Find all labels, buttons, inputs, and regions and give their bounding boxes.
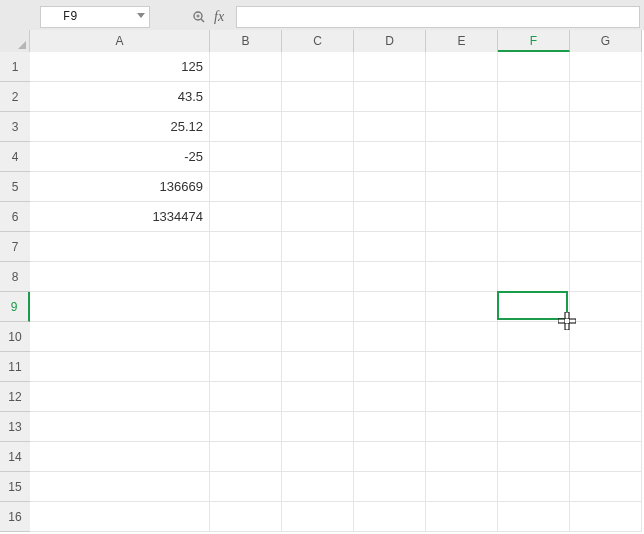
cell-C14[interactable] <box>282 442 354 472</box>
cell-A4[interactable]: -25 <box>30 142 210 172</box>
cell-E14[interactable] <box>426 442 498 472</box>
cell-A5[interactable]: 136669 <box>30 172 210 202</box>
cell-G16[interactable] <box>570 502 642 532</box>
cell-F6[interactable] <box>498 202 570 232</box>
cell-A3[interactable]: 25.12 <box>30 112 210 142</box>
cell-E1[interactable] <box>426 52 498 82</box>
cell-A7[interactable] <box>30 232 210 262</box>
cell-F12[interactable] <box>498 382 570 412</box>
cell-B16[interactable] <box>210 502 282 532</box>
column-header-A[interactable]: A <box>30 30 210 52</box>
cell-E15[interactable] <box>426 472 498 502</box>
row-header-10[interactable]: 10 <box>0 322 30 352</box>
row-header-12[interactable]: 12 <box>0 382 30 412</box>
column-header-F[interactable]: F <box>498 30 570 52</box>
cell-D11[interactable] <box>354 352 426 382</box>
cell-G6[interactable] <box>570 202 642 232</box>
cell-G10[interactable] <box>570 322 642 352</box>
expand-icon[interactable] <box>188 10 210 24</box>
cell-B8[interactable] <box>210 262 282 292</box>
cell-A9[interactable] <box>30 292 210 322</box>
cell-D9[interactable] <box>354 292 426 322</box>
cell-D7[interactable] <box>354 232 426 262</box>
cell-D6[interactable] <box>354 202 426 232</box>
row-header-9[interactable]: 9 <box>0 292 30 322</box>
cell-E9[interactable] <box>426 292 498 322</box>
cell-G9[interactable] <box>570 292 642 322</box>
row-header-14[interactable]: 14 <box>0 442 30 472</box>
cell-A2[interactable]: 43.5 <box>30 82 210 112</box>
cell-G8[interactable] <box>570 262 642 292</box>
cell-G5[interactable] <box>570 172 642 202</box>
cell-D12[interactable] <box>354 382 426 412</box>
cell-G7[interactable] <box>570 232 642 262</box>
cell-B2[interactable] <box>210 82 282 112</box>
cell-E3[interactable] <box>426 112 498 142</box>
cell-B15[interactable] <box>210 472 282 502</box>
cell-A6[interactable]: 1334474 <box>30 202 210 232</box>
cell-E8[interactable] <box>426 262 498 292</box>
cell-F11[interactable] <box>498 352 570 382</box>
cell-C7[interactable] <box>282 232 354 262</box>
cell-E16[interactable] <box>426 502 498 532</box>
row-header-6[interactable]: 6 <box>0 202 30 232</box>
cell-G13[interactable] <box>570 412 642 442</box>
column-header-C[interactable]: C <box>282 30 354 52</box>
cell-B13[interactable] <box>210 412 282 442</box>
cell-G4[interactable] <box>570 142 642 172</box>
cell-A12[interactable] <box>30 382 210 412</box>
cell-E13[interactable] <box>426 412 498 442</box>
cell-F5[interactable] <box>498 172 570 202</box>
cell-F8[interactable] <box>498 262 570 292</box>
cell-E6[interactable] <box>426 202 498 232</box>
cell-F3[interactable] <box>498 112 570 142</box>
row-header-11[interactable]: 11 <box>0 352 30 382</box>
cell-C13[interactable] <box>282 412 354 442</box>
row-header-15[interactable]: 15 <box>0 472 30 502</box>
cell-F7[interactable] <box>498 232 570 262</box>
cell-C15[interactable] <box>282 472 354 502</box>
row-header-3[interactable]: 3 <box>0 112 30 142</box>
cell-D16[interactable] <box>354 502 426 532</box>
cell-E2[interactable] <box>426 82 498 112</box>
cell-B12[interactable] <box>210 382 282 412</box>
cell-A10[interactable] <box>30 322 210 352</box>
cell-C8[interactable] <box>282 262 354 292</box>
cell-D13[interactable] <box>354 412 426 442</box>
cell-C5[interactable] <box>282 172 354 202</box>
row-header-4[interactable]: 4 <box>0 142 30 172</box>
column-header-B[interactable]: B <box>210 30 282 52</box>
cell-F16[interactable] <box>498 502 570 532</box>
column-header-D[interactable]: D <box>354 30 426 52</box>
cell-C16[interactable] <box>282 502 354 532</box>
cell-F14[interactable] <box>498 442 570 472</box>
cell-B11[interactable] <box>210 352 282 382</box>
row-header-7[interactable]: 7 <box>0 232 30 262</box>
cell-E7[interactable] <box>426 232 498 262</box>
cell-F9[interactable] <box>498 292 570 322</box>
select-all-corner[interactable] <box>0 30 30 52</box>
column-header-E[interactable]: E <box>426 30 498 52</box>
cell-A11[interactable] <box>30 352 210 382</box>
cell-B10[interactable] <box>210 322 282 352</box>
cell-D14[interactable] <box>354 442 426 472</box>
cell-C2[interactable] <box>282 82 354 112</box>
cells-area[interactable]: 12543.525.12-251366691334474 <box>30 52 642 532</box>
cell-B14[interactable] <box>210 442 282 472</box>
cell-E10[interactable] <box>426 322 498 352</box>
row-header-5[interactable]: 5 <box>0 172 30 202</box>
cell-B7[interactable] <box>210 232 282 262</box>
cell-C1[interactable] <box>282 52 354 82</box>
row-header-2[interactable]: 2 <box>0 82 30 112</box>
cell-G3[interactable] <box>570 112 642 142</box>
cell-F10[interactable] <box>498 322 570 352</box>
cell-C3[interactable] <box>282 112 354 142</box>
cell-A8[interactable] <box>30 262 210 292</box>
cell-D15[interactable] <box>354 472 426 502</box>
name-box[interactable]: F9 <box>40 6 150 28</box>
cell-A1[interactable]: 125 <box>30 52 210 82</box>
row-header-16[interactable]: 16 <box>0 502 30 532</box>
cell-F15[interactable] <box>498 472 570 502</box>
cell-F4[interactable] <box>498 142 570 172</box>
fx-label[interactable]: fx <box>210 9 236 25</box>
